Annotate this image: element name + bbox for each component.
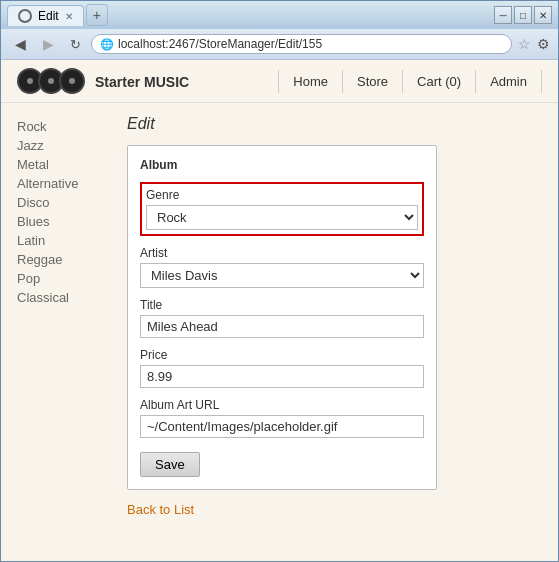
minimize-button[interactable]: ─ bbox=[494, 6, 512, 24]
sidebar-item-jazz[interactable]: Jazz bbox=[17, 138, 95, 153]
url-input[interactable] bbox=[118, 37, 503, 51]
address-bar: 🌐 bbox=[91, 34, 512, 54]
edit-area: Edit Album Genre Rock Jazz Metal Alterna… bbox=[111, 103, 558, 561]
tab-title: Edit bbox=[38, 9, 59, 23]
price-group: Price bbox=[140, 348, 424, 388]
album-form-box: Album Genre Rock Jazz Metal Alternative … bbox=[127, 145, 437, 490]
nav-admin[interactable]: Admin bbox=[476, 70, 542, 93]
tab-close-button[interactable]: ✕ bbox=[65, 11, 73, 22]
forward-button[interactable]: ▶ bbox=[37, 33, 59, 55]
page-title: Edit bbox=[127, 115, 542, 133]
refresh-icon: ↻ bbox=[70, 37, 81, 52]
title-label: Title bbox=[140, 298, 424, 312]
tab-area: Edit ✕ + bbox=[7, 4, 108, 26]
sidebar-item-disco[interactable]: Disco bbox=[17, 195, 95, 210]
artist-select[interactable]: Miles Davis bbox=[140, 263, 424, 288]
window-controls: ─ □ ✕ bbox=[494, 6, 552, 24]
album-art-group: Album Art URL bbox=[140, 398, 424, 438]
nav-store[interactable]: Store bbox=[343, 70, 403, 93]
nav-cart[interactable]: Cart (0) bbox=[403, 70, 476, 93]
price-input[interactable] bbox=[140, 365, 424, 388]
main-layout: Rock Jazz Metal Alternative Disco Blues … bbox=[1, 103, 558, 561]
title-group: Title bbox=[140, 298, 424, 338]
vinyl-disc-3 bbox=[59, 68, 85, 94]
sidebar-item-metal[interactable]: Metal bbox=[17, 157, 95, 172]
title-bar: Edit ✕ + ─ □ ✕ bbox=[1, 1, 558, 29]
maximize-icon: □ bbox=[520, 10, 526, 21]
album-art-input[interactable] bbox=[140, 415, 424, 438]
artist-group: Artist Miles Davis bbox=[140, 246, 424, 288]
sidebar-item-classical[interactable]: Classical bbox=[17, 290, 95, 305]
genre-group: Genre Rock Jazz Metal Alternative Disco … bbox=[140, 182, 424, 236]
tab-favicon bbox=[18, 9, 32, 23]
bookmark-star-icon[interactable]: ☆ bbox=[518, 36, 531, 52]
sidebar-item-latin[interactable]: Latin bbox=[17, 233, 95, 248]
site-header: Starter MUSIC bbox=[17, 68, 278, 94]
sidebar-item-rock[interactable]: Rock bbox=[17, 119, 95, 134]
new-tab-button[interactable]: + bbox=[86, 4, 108, 26]
album-legend: Album bbox=[140, 158, 424, 172]
title-input[interactable] bbox=[140, 315, 424, 338]
maximize-button[interactable]: □ bbox=[514, 6, 532, 24]
back-to-list-link[interactable]: Back to List bbox=[127, 502, 542, 517]
site-title: Starter MUSIC bbox=[95, 74, 189, 90]
close-button[interactable]: ✕ bbox=[534, 6, 552, 24]
sidebar-item-alternative[interactable]: Alternative bbox=[17, 176, 95, 191]
genre-select[interactable]: Rock Jazz Metal Alternative Disco Blues … bbox=[146, 205, 418, 230]
sidebar-item-pop[interactable]: Pop bbox=[17, 271, 95, 286]
sidebar-item-reggae[interactable]: Reggae bbox=[17, 252, 95, 267]
nav-links: Home Store Cart (0) Admin bbox=[278, 70, 542, 93]
top-navigation: Starter MUSIC Home Store Cart (0) Admin bbox=[1, 60, 558, 103]
save-button[interactable]: Save bbox=[140, 452, 200, 477]
forward-arrow-icon: ▶ bbox=[43, 36, 54, 52]
browser-tab[interactable]: Edit ✕ bbox=[7, 5, 84, 26]
page-content: Starter MUSIC Home Store Cart (0) Admin … bbox=[1, 60, 558, 561]
minimize-icon: ─ bbox=[499, 10, 506, 21]
refresh-button[interactable]: ↻ bbox=[65, 34, 85, 54]
artist-label: Artist bbox=[140, 246, 424, 260]
sidebar-item-blues[interactable]: Blues bbox=[17, 214, 95, 229]
back-button[interactable]: ◀ bbox=[9, 33, 31, 55]
nav-home[interactable]: Home bbox=[278, 70, 343, 93]
genre-label: Genre bbox=[146, 188, 418, 202]
browser-toolbar: ◀ ▶ ↻ 🌐 ☆ ⚙ bbox=[1, 29, 558, 60]
logo-icon bbox=[17, 68, 85, 94]
album-art-label: Album Art URL bbox=[140, 398, 424, 412]
lock-icon: 🌐 bbox=[100, 38, 114, 51]
sidebar: Rock Jazz Metal Alternative Disco Blues … bbox=[1, 103, 111, 561]
back-arrow-icon: ◀ bbox=[15, 36, 26, 52]
settings-icon[interactable]: ⚙ bbox=[537, 36, 550, 52]
price-label: Price bbox=[140, 348, 424, 362]
close-icon: ✕ bbox=[539, 10, 547, 21]
